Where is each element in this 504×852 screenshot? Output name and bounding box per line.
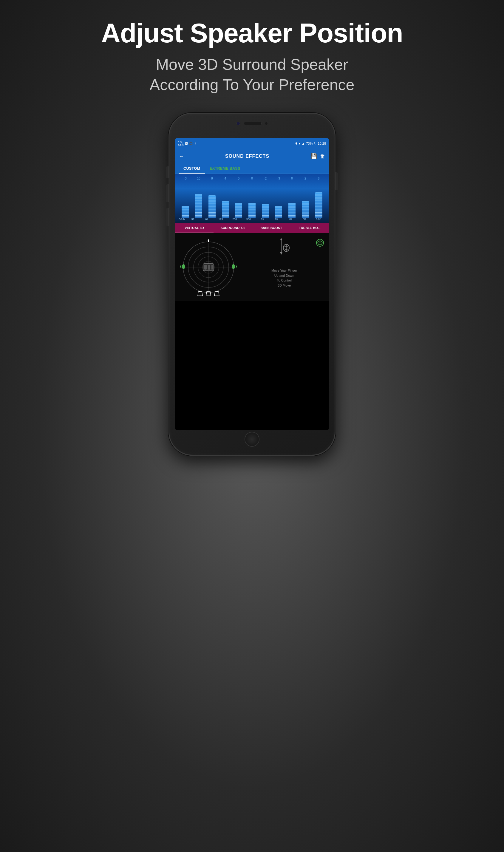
status-left: 473KB/s 🖼 🎧 ⬇ (178, 141, 196, 146)
svg-marker-13 (182, 264, 185, 270)
wifi-icon: ▾ (299, 142, 301, 146)
freq-250: 250 (230, 218, 239, 221)
eq-val-1: 10 (194, 177, 203, 180)
freq-8k: 8K (300, 218, 309, 221)
svg-marker-22 (280, 252, 283, 255)
eq-val-8: 0 (287, 177, 296, 180)
home-button[interactable] (245, 432, 259, 447)
power-button-icon[interactable] (316, 239, 324, 248)
freq-500: 500 (244, 218, 253, 221)
svg-marker-14 (232, 264, 235, 270)
svg-marker-20 (280, 238, 283, 240)
eq-bar-1[interactable] (194, 194, 203, 218)
download-icon: ⬇ (194, 142, 196, 145)
volume-down-button (166, 208, 168, 226)
eq-val-6: -2 (261, 177, 270, 180)
effects-tabs: VIRTUAL 3D SURROUND 7.1 BASS BOOST TREBL… (175, 223, 329, 233)
freq-2k: 2K (272, 218, 281, 221)
earpiece-speaker (244, 122, 262, 125)
tab-bass-boost[interactable]: BASS BOOST (252, 223, 290, 233)
page-subtitle: Move 3D Surround SpeakerAccording To You… (149, 55, 354, 95)
save-button[interactable]: 💾 (310, 153, 317, 160)
signal-icon: ▲ (302, 142, 305, 145)
eq-freq-row: GAIN 32 64 125 250 500 1K 2K 4K 8K 16K (179, 218, 325, 221)
eq-val-4: 0 (234, 177, 243, 180)
eq-val-5: 0 (248, 177, 256, 180)
status-bar: 473KB/s 🖼 🎧 ⬇ ✱ ▾ ▲ 73% ↻ 10:28 (175, 138, 329, 149)
tab-extreme-bass[interactable]: EXTREME BASS (205, 164, 245, 174)
eq-val-2: 8 (208, 177, 217, 180)
battery-percent: 73% (306, 142, 312, 145)
tab-surround71[interactable]: SURROUND 7.1 (214, 223, 252, 233)
front-camera (236, 122, 240, 125)
eq-bar-2[interactable] (208, 195, 217, 218)
svg-rect-11 (208, 265, 210, 270)
eq-val-9: 2 (301, 177, 310, 180)
svg-marker-15 (198, 292, 202, 296)
freq-4k: 4K (286, 218, 295, 221)
eq-bar-5[interactable] (248, 203, 256, 218)
equalizer-section: -3 10 8 4 0 0 -2 -3 0 2 8 GAIN 32 64 (175, 174, 329, 223)
left-speaker-icon (179, 263, 187, 271)
eq-bars (179, 182, 325, 218)
app-bar: ← SOUND EFFECTS 💾 🗑 (175, 149, 329, 164)
concentric-rings (179, 237, 238, 297)
time: 10:28 (318, 142, 326, 145)
eq-bar-0[interactable] (181, 206, 190, 218)
tab-treble-boost[interactable]: TREBLE BO... (290, 223, 329, 233)
eq-bar-3[interactable] (221, 201, 230, 218)
control-panel: Move Your Finger Up and Down To Control … (243, 237, 325, 297)
eq-bar-6[interactable] (261, 204, 270, 218)
eq-val-7: -3 (274, 177, 283, 180)
eq-val-0: -3 (181, 177, 190, 180)
bottom-speakers (197, 290, 220, 297)
page-title: Adjust Speaker Position (101, 18, 403, 49)
volume-silent-button (166, 166, 168, 178)
network-speed: 473KB/s (178, 141, 184, 146)
app-bar-title: SOUND EFFECTS (187, 153, 307, 159)
freq-1k: 1K (258, 218, 267, 221)
gesture-hint-icon (277, 237, 292, 256)
freq-32: 32 (188, 218, 197, 221)
eq-val-3: 4 (221, 177, 230, 180)
eq-bar-7[interactable] (274, 206, 283, 218)
bluetooth-icon: ✱ (295, 142, 298, 146)
tab-custom[interactable]: CUSTOM (179, 164, 205, 174)
phone-mockup: 473KB/s 🖼 🎧 ⬇ ✱ ▾ ▲ 73% ↻ 10:28 ← SOUND … (168, 113, 336, 456)
freq-125: 125 (216, 218, 225, 221)
delete-button[interactable]: 🗑 (320, 153, 325, 160)
virtual3d-section: Move Your Finger Up and Down To Control … (175, 233, 329, 301)
proximity-sensor (265, 122, 268, 125)
eq-bar-10[interactable] (314, 192, 323, 218)
tabs-bar: CUSTOM EXTREME BASS (175, 164, 329, 174)
svg-rect-10 (204, 265, 207, 270)
eq-bar-4[interactable] (234, 203, 243, 218)
right-speaker-icon (230, 263, 238, 271)
eq-values-row: -3 10 8 4 0 0 -2 -3 0 2 8 (179, 177, 325, 180)
speaker-diagram[interactable] (179, 237, 238, 297)
power-button (336, 173, 338, 190)
control-hint-text: Move Your Finger Up and Down To Control … (271, 259, 297, 297)
image-icon: 🖼 (185, 142, 188, 145)
status-right: ✱ ▾ ▲ 73% ↻ 10:28 (295, 142, 326, 146)
eq-bar-9[interactable] (301, 201, 310, 218)
svg-marker-16 (206, 292, 211, 296)
phone-top-bar (236, 122, 268, 125)
svg-marker-17 (214, 292, 219, 296)
freq-64: 64 (202, 218, 211, 221)
phone-screen: 473KB/s 🖼 🎧 ⬇ ✱ ▾ ▲ 73% ↻ 10:28 ← SOUND … (175, 138, 329, 430)
back-button[interactable]: ← (179, 153, 184, 160)
headphone-icon: 🎧 (189, 142, 193, 145)
volume-up-button (166, 184, 168, 202)
eq-gain-label: GAIN (179, 218, 185, 221)
eq-val-10: 8 (314, 177, 323, 180)
svg-rect-12 (212, 265, 213, 270)
tab-virtual3d[interactable]: VIRTUAL 3D (175, 223, 214, 233)
sync-icon: ↻ (314, 142, 317, 146)
freq-16k: 16K (314, 218, 323, 221)
eq-bar-8[interactable] (287, 203, 296, 218)
